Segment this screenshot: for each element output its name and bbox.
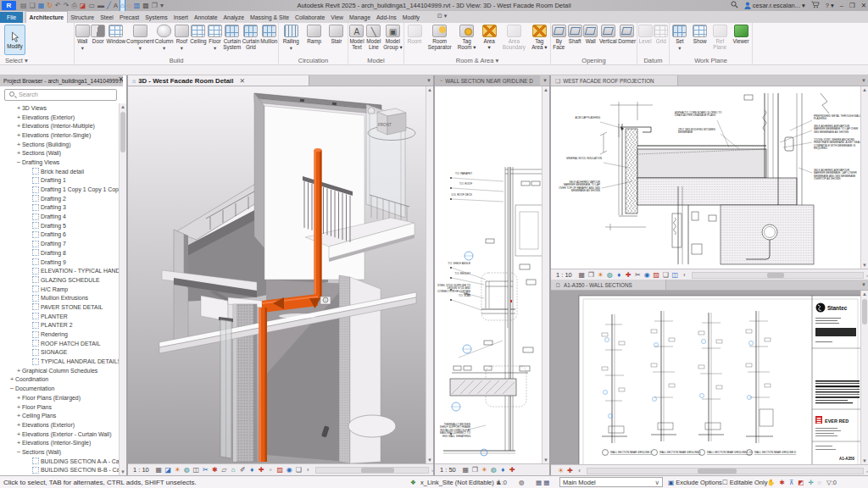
tree-item[interactable]: − Sections (Wall) <box>0 447 126 457</box>
viewbar-icon[interactable]: ◍ <box>182 466 192 474</box>
ribbon-tool[interactable]: ╲ Model Line <box>365 25 382 51</box>
tree-item[interactable]: + Ceiling Plans <box>0 411 126 420</box>
ribbon-tool[interactable]: Area ▾ <box>479 25 499 51</box>
viewbar-icon[interactable]: ▦ <box>577 271 587 279</box>
qat-icon[interactable]: ▩ <box>142 0 149 11</box>
project-browser-header[interactable]: Project Browser - arch_buildinga1_144104… <box>0 75 123 86</box>
ribbon-tab[interactable]: Modify <box>399 12 422 24</box>
status-icon[interactable]: ⊼ <box>789 479 794 486</box>
tree-item[interactable]: Drafting 3 <box>0 203 126 213</box>
help-icon[interactable]: ? ▾ <box>826 2 834 9</box>
ribbon-tool[interactable]: Area Boundary <box>499 25 528 51</box>
tree-item[interactable]: Drafting 5 <box>0 221 126 230</box>
qat-icon[interactable]: ⎙ <box>71 0 76 11</box>
tree-item[interactable]: Drafting 1 <box>0 176 126 186</box>
ribbon-tool[interactable]: By Face <box>551 25 567 51</box>
panel-label[interactable]: Room & Area ▾ <box>404 56 550 65</box>
tree-item[interactable]: SIGNAGE <box>0 348 126 358</box>
ribbon-tool[interactable]: Ceiling <box>190 25 208 45</box>
viewbar-icon[interactable]: ◉ <box>643 271 652 279</box>
qat-icon[interactable]: ▤ <box>20 0 27 11</box>
user-count-icon[interactable]: ♟:0 <box>496 479 507 486</box>
viewbar-icon[interactable]: ✚ <box>257 466 266 474</box>
ribbon-tab[interactable]: Steel <box>97 12 117 24</box>
viewbar-icon[interactable]: ☀ <box>480 466 489 474</box>
viewbar-icon[interactable]: ♦ <box>498 466 508 474</box>
qat-icon[interactable]: ❐ <box>152 0 158 11</box>
ribbon-tool[interactable]: Wall ▾ <box>75 25 90 51</box>
qat-icon[interactable]: ❏ <box>30 0 36 11</box>
tree-item[interactable]: GLAZING SCHEDULE <box>0 275 126 285</box>
project-browser-close-icon[interactable]: ✕ <box>118 75 124 83</box>
tab-overflow-icon[interactable]: ▼ <box>861 282 866 287</box>
tree-item[interactable]: ROOF HATCH DETAIL <box>0 339 126 348</box>
viewbar-icon[interactable]: ✂ <box>633 271 643 279</box>
viewbar-icon[interactable]: ✂ <box>201 466 210 474</box>
tree-item[interactable]: ELEVATION - TYPICAL HANDRAIL <box>0 266 126 275</box>
ribbon-tool[interactable]: A Model Text <box>348 25 365 51</box>
ribbon-tab[interactable]: Architecture <box>25 11 68 24</box>
tree-item[interactable]: PLANTER <box>0 312 126 321</box>
view-tab-west[interactable]: ❏WEST FACADE ROOF PROJECTION <box>551 75 678 86</box>
qat-icon[interactable]: ⌂ <box>120 0 125 11</box>
tree-item[interactable]: Drafting 6 <box>0 230 126 240</box>
viewport-sheet[interactable]: WALL SECTION NEAR GRIDLINE 2 WALL SECTIO… <box>551 291 868 464</box>
ribbon-tool[interactable]: Railing ▾ <box>279 25 303 51</box>
viewbar-icon[interactable]: ⌂ <box>229 466 238 474</box>
viewbar-icon[interactable]: ◫ <box>670 271 680 279</box>
tab-overflow-icon[interactable]: ▼ <box>542 78 548 83</box>
project-browser-scrollbar[interactable]: ▲▼ <box>119 103 126 475</box>
status-icon[interactable]: ✋ <box>767 479 775 486</box>
viewbar-icon[interactable]: ✚ <box>508 466 517 474</box>
scale-west[interactable]: 1 : 10 <box>556 271 572 279</box>
ribbon-tool[interactable]: Viewer <box>730 25 752 45</box>
viewbar-icon[interactable]: ☀ <box>173 466 182 474</box>
ribbon-tool[interactable]: Room <box>404 25 425 45</box>
tab-overflow-icon[interactable]: ▼ <box>861 78 866 83</box>
panel-label[interactable]: Build <box>75 56 278 65</box>
ribbon-tool[interactable]: Wall <box>582 25 598 45</box>
close-view-icon[interactable]: ✕ <box>239 77 245 85</box>
revit-logo[interactable]: R <box>2 1 16 10</box>
ribbon-tool[interactable]: Ref Plane <box>709 25 730 51</box>
tree-item[interactable]: − Drafting Views <box>0 158 126 167</box>
search-input[interactable]: Search <box>4 89 117 101</box>
ribbon-tool[interactable]: Window <box>106 25 126 45</box>
viewbar-icon[interactable]: ♦ <box>248 466 257 474</box>
viewport-3d[interactable]: FRONT <box>128 86 433 463</box>
tree-item[interactable]: Rendering <box>0 330 126 339</box>
viewbar-icon[interactable]: ▫ <box>266 466 275 474</box>
viewbar-icon[interactable]: ◫ <box>192 466 201 474</box>
viewbar-icon[interactable]: ✚ <box>565 467 575 474</box>
ribbon-tab[interactable]: Add-Ins <box>373 12 399 24</box>
view-tab-3d[interactable]: ⌂3D - West Facade Room Detail ✕ <box>128 75 309 86</box>
tree-item[interactable]: + Sections (Building) <box>0 140 126 149</box>
ribbon-tab[interactable]: Annotate <box>191 12 220 24</box>
tree-item[interactable]: Mullion Extrusions <box>0 293 126 302</box>
tree-item[interactable]: TYPICAL HANDRAIL DETAILS <box>0 357 126 366</box>
viewbar-icon[interactable]: ◍ <box>489 466 498 474</box>
ribbon-tab[interactable]: Manage <box>347 12 374 24</box>
ribbon-tab[interactable]: Massing & Site <box>248 12 292 24</box>
filter-icon[interactable]: ▽:0 <box>826 479 837 486</box>
tree-item[interactable]: Drafting 1 Copy 1 Copy 1 Copy 1 <box>0 185 126 194</box>
viewbar-icon[interactable]: ✚ <box>624 271 633 279</box>
ribbon-tool[interactable]: Set ▾ <box>670 25 690 51</box>
ribbon-tool[interactable]: Stair <box>326 25 348 45</box>
panel-label[interactable]: Model <box>348 56 403 65</box>
tree-item[interactable]: + Elevations (Interior-Multiple) <box>0 121 126 130</box>
restore-button[interactable]: ❐ <box>849 2 855 9</box>
qat-icon[interactable]: ↶ <box>55 0 61 11</box>
ribbon-tool[interactable]: Door <box>90 25 105 45</box>
tree-item[interactable]: Drafting 7 <box>0 239 126 248</box>
worksharing-icon[interactable]: ▦ ▦ <box>536 479 549 486</box>
viewbar-icon[interactable]: ❐ <box>470 466 480 474</box>
ribbon-tab[interactable]: Structure <box>68 12 97 24</box>
minimize-button[interactable]: – <box>840 2 843 9</box>
hscroll-west[interactable] <box>692 272 864 279</box>
viewbar-icon[interactable]: ▦ <box>154 466 164 474</box>
tree-item[interactable]: Drafting 2 <box>0 194 126 203</box>
ribbon-tab[interactable]: Systems <box>142 12 170 24</box>
ribbon-tool[interactable]: Tag Area ▾ <box>529 25 550 51</box>
ribbon-tab[interactable]: View <box>328 12 347 24</box>
